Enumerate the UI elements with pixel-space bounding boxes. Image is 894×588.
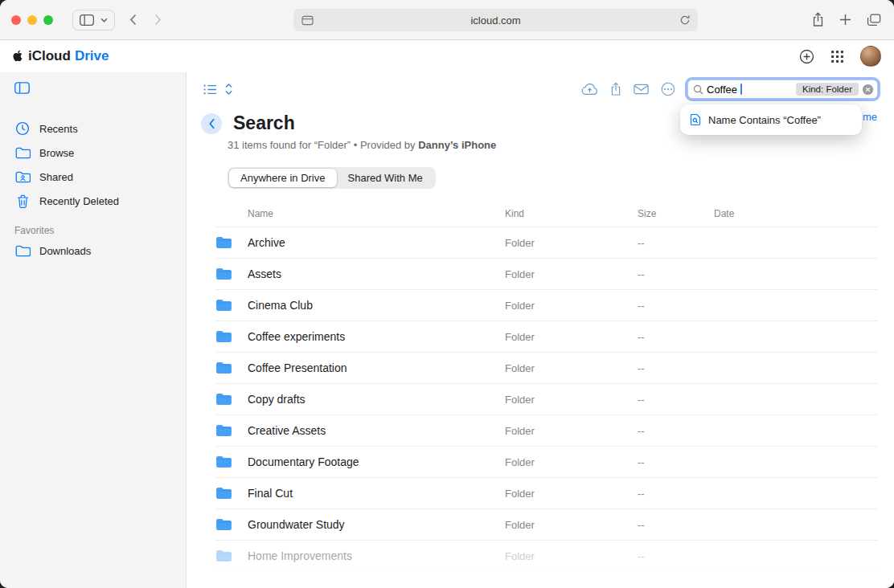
file-name: Documentary Footage	[248, 455, 505, 468]
results-summary: 31 items found for “Folder” • Provided b…	[228, 139, 878, 151]
sidebar-item-label: Shared	[39, 171, 73, 183]
file-name: Final Cut	[248, 487, 505, 500]
zoom-window-button[interactable]	[43, 15, 53, 25]
file-size: --	[638, 268, 714, 280]
file-size: --	[638, 394, 714, 406]
folder-icon	[215, 549, 248, 562]
back-to-browse-button[interactable]	[201, 113, 222, 134]
folder-icon	[215, 361, 248, 374]
sidebar-item-shared[interactable]: Shared	[14, 165, 186, 189]
sidebar-section-favorites: Favorites	[14, 223, 186, 239]
sidebar-item-browse[interactable]: Browse	[14, 141, 186, 165]
sidebar-item-recently-deleted[interactable]: Recently Deleted	[14, 189, 186, 213]
sidebar-item-label: Downloads	[39, 245, 91, 257]
folder-icon	[215, 236, 248, 249]
table-row[interactable]: Copy drafts Folder --	[215, 384, 878, 415]
segment-anywhere-in-drive[interactable]: Anywhere in Drive	[229, 169, 337, 187]
account-avatar[interactable]	[860, 46, 881, 67]
app-sidebar-toggle-icon[interactable]	[14, 82, 30, 94]
table-row[interactable]: Assets Folder --	[215, 259, 878, 290]
website-settings-icon[interactable]	[301, 15, 314, 26]
brand-drive: Drive	[75, 48, 109, 64]
folder-icon	[215, 487, 248, 500]
more-icon[interactable]	[661, 82, 675, 96]
table-row[interactable]: Groundwater Study Folder --	[215, 509, 878, 541]
forward-button[interactable]	[154, 14, 162, 26]
clock-icon	[14, 121, 31, 136]
browser-sidebar-button[interactable]	[72, 10, 115, 31]
folder-icon	[215, 330, 248, 343]
search-query-text: Coffee	[707, 84, 737, 96]
results-provider-device: Danny’s iPhone	[418, 139, 496, 151]
folder-icon	[215, 518, 248, 531]
table-row[interactable]: Documentary Footage Folder --	[215, 447, 878, 478]
create-new-icon[interactable]	[799, 49, 814, 64]
file-kind: Folder	[505, 300, 638, 312]
file-size: --	[638, 237, 714, 249]
table-row[interactable]: Coffee Presentation Folder --	[215, 353, 878, 384]
app-launcher-icon[interactable]	[831, 51, 843, 63]
reload-icon[interactable]	[679, 14, 691, 26]
table-row[interactable]: Cinema Club Folder --	[215, 290, 878, 321]
scope-segmented-control: Anywhere in Drive Shared With Me	[228, 167, 436, 189]
icloud-drive-logo: iCloud Drive	[13, 48, 109, 64]
search-filter-token[interactable]: Kind: Folder	[796, 83, 859, 96]
share-page-icon[interactable]	[812, 12, 824, 27]
file-size: --	[638, 300, 714, 312]
file-size: --	[638, 362, 714, 374]
file-size: --	[638, 519, 714, 531]
folder-icon	[215, 393, 248, 406]
table-row[interactable]: Home Improvements Folder --	[215, 541, 878, 572]
sort-order-icon[interactable]	[224, 83, 233, 96]
cloud-upload-icon[interactable]	[581, 83, 598, 96]
suggestion-label: Name Contains “Coffee”	[708, 114, 821, 126]
file-kind: Folder	[505, 237, 638, 249]
new-tab-icon[interactable]	[839, 14, 851, 26]
table-row[interactable]: Final Cut Folder --	[215, 478, 878, 509]
file-name: Home Improvements	[248, 549, 505, 562]
file-size: --	[638, 488, 714, 500]
table-row[interactable]: Archive Folder --	[215, 227, 878, 259]
column-header-name[interactable]: Name	[248, 208, 505, 219]
sidebar-icon	[80, 14, 94, 26]
file-name: Coffee Presentation	[248, 361, 505, 374]
column-header-size[interactable]: Size	[638, 208, 714, 219]
trash-icon	[14, 194, 31, 208]
table-row[interactable]: Creative Assets Folder --	[215, 415, 878, 447]
file-size: --	[638, 456, 714, 468]
column-header-date[interactable]: Date	[714, 208, 878, 219]
file-kind: Folder	[505, 488, 638, 500]
column-header-kind[interactable]: Kind	[505, 208, 638, 219]
file-name: Coffee experiments	[248, 330, 505, 343]
brand-icloud: iCloud	[28, 48, 71, 64]
file-kind: Folder	[505, 425, 638, 437]
partial-occluded-text: me	[863, 111, 877, 123]
close-window-button[interactable]	[11, 15, 21, 25]
list-view-icon[interactable]	[203, 84, 217, 95]
folder-icon	[215, 299, 248, 312]
clear-search-icon[interactable]	[862, 84, 874, 96]
sidebar-item-label: Browse	[39, 147, 74, 159]
search-suggestion-popup[interactable]: Name Contains “Coffee”	[680, 104, 862, 135]
sidebar-item-recents[interactable]: Recents	[14, 116, 186, 141]
sidebar-item-label: Recently Deleted	[39, 195, 119, 207]
minimize-window-button[interactable]	[27, 15, 37, 25]
share-icon[interactable]	[610, 82, 621, 96]
folder-icon	[14, 147, 31, 159]
address-bar[interactable]: icloud.com	[293, 9, 698, 31]
file-name: Groundwater Study	[248, 518, 505, 531]
sidebar-item-downloads[interactable]: Downloads	[14, 239, 186, 263]
text-caret	[740, 84, 742, 95]
search-icon	[693, 84, 703, 95]
main-content: Coffee Kind: Folder me Name Contains “Co…	[187, 72, 894, 588]
back-button[interactable]	[129, 14, 137, 26]
table-row[interactable]: Coffee experiments Folder --	[215, 321, 878, 353]
segment-shared-with-me[interactable]: Shared With Me	[337, 169, 434, 187]
file-name: Copy drafts	[248, 393, 505, 406]
tab-overview-icon[interactable]	[867, 14, 881, 27]
table-header: Name Kind Size Date	[215, 208, 878, 227]
search-input[interactable]: Coffee Kind: Folder	[687, 80, 878, 99]
mail-icon[interactable]	[634, 84, 649, 95]
chevron-down-icon	[100, 18, 108, 22]
content-toolbar: Coffee Kind: Folder	[203, 79, 878, 100]
